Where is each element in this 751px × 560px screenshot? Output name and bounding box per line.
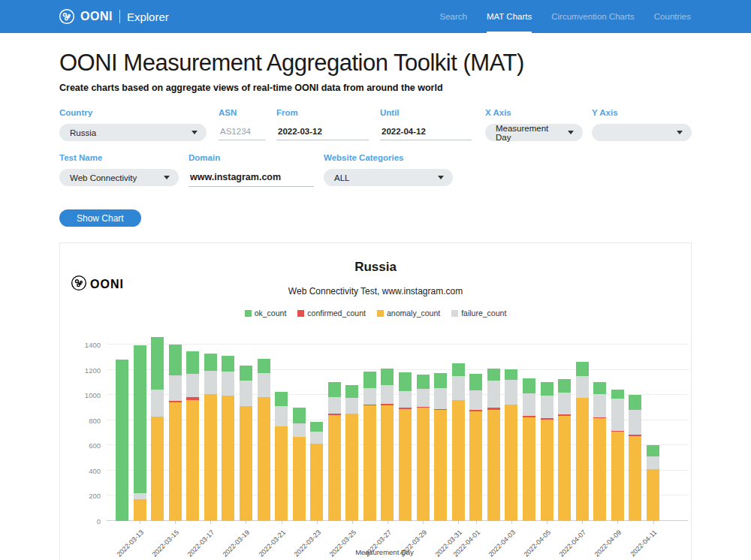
bar-2022-03-22[interactable] xyxy=(293,408,306,521)
x-axis-title: Measurement Day xyxy=(60,548,691,556)
website-categories-select[interactable]: ALL xyxy=(324,169,453,186)
bar-segment-ok_count xyxy=(293,408,306,423)
until-date-input[interactable] xyxy=(380,124,472,140)
legend-swatch xyxy=(297,310,304,317)
bar-segment-failure_count xyxy=(647,456,659,470)
bar-segment-failure_count xyxy=(558,393,571,414)
bar-segment-ok_count xyxy=(134,345,146,493)
bar-2022-03-20[interactable] xyxy=(258,359,270,521)
bar-segment-anomaly_count xyxy=(593,418,606,521)
bar-2022-04-10[interactable] xyxy=(629,395,641,521)
bar-segment-ok_count xyxy=(151,337,164,390)
bar-2022-03-23[interactable] xyxy=(310,422,323,521)
domain-input[interactable] xyxy=(189,169,314,187)
bar-2022-03-31[interactable] xyxy=(452,363,465,521)
nav-item-circumvention-charts[interactable]: Circumvention Charts xyxy=(551,0,635,33)
show-chart-button[interactable]: Show Chart xyxy=(59,209,141,227)
nav-item-mat-charts[interactable]: MAT Charts xyxy=(487,0,532,33)
bar-2022-03-21[interactable] xyxy=(275,392,288,521)
test-name-value: Web Connectivity xyxy=(70,173,137,182)
legend-label: confirmed_count xyxy=(307,309,366,318)
bar-segment-failure_count xyxy=(469,390,482,410)
brand[interactable]: OONI Explorer xyxy=(59,0,169,33)
bar-2022-04-01[interactable] xyxy=(469,374,482,521)
x-axis-select[interactable]: Measurement Day xyxy=(485,124,583,141)
bar-segment-ok_count xyxy=(275,392,288,406)
bar-segment-anomaly_count xyxy=(417,408,430,521)
bar-2022-04-02[interactable] xyxy=(487,369,500,521)
country-value: Russia xyxy=(70,128,96,137)
ooni-logo-icon xyxy=(71,275,87,294)
page-title: OONI Measurement Aggregation Toolkit (MA… xyxy=(59,50,692,77)
bar-2022-03-25[interactable] xyxy=(345,385,358,521)
ooni-watermark-text: OONI xyxy=(90,278,124,291)
bar-2022-03-13[interactable] xyxy=(134,345,146,521)
bar-2022-03-26[interactable] xyxy=(363,372,376,521)
bar-2022-04-09[interactable] xyxy=(611,390,624,521)
chevron-down-icon xyxy=(164,176,170,179)
legend-item-failure_count[interactable]: failure_count xyxy=(451,309,506,318)
bar-segment-failure_count xyxy=(487,381,500,408)
bar-2022-03-29[interactable] xyxy=(417,375,430,521)
bar-2022-03-28[interactable] xyxy=(399,372,412,521)
from-label: From xyxy=(276,108,369,117)
bar-segment-anomaly_count xyxy=(576,398,589,521)
legend-item-confirmed_count[interactable]: confirmed_count xyxy=(297,309,366,318)
bar-2022-03-15[interactable] xyxy=(169,345,182,521)
bar-2022-03-12[interactable] xyxy=(116,360,128,521)
bar-segment-ok_count xyxy=(169,345,182,375)
test-name-select[interactable]: Web Connectivity xyxy=(59,169,179,186)
country-label: Country xyxy=(59,108,207,117)
bar-2022-04-04[interactable] xyxy=(523,378,535,521)
legend-item-anomaly_count[interactable]: anomaly_count xyxy=(377,309,440,318)
bar-segment-anomaly_count xyxy=(505,405,517,521)
bar-2022-04-11[interactable] xyxy=(647,445,659,521)
bar-segment-anomaly_count xyxy=(363,405,376,521)
ooni-watermark: OONI xyxy=(71,275,124,294)
until-label: Until xyxy=(380,108,472,117)
brand-name: OONI xyxy=(80,10,113,23)
y-axis-select[interactable] xyxy=(592,124,692,141)
bar-2022-03-16[interactable] xyxy=(186,351,199,521)
legend-swatch xyxy=(377,310,384,317)
chart-title: Russia xyxy=(60,243,691,275)
bar-segment-failure_count xyxy=(204,371,217,394)
nav-item-search[interactable]: Search xyxy=(439,0,466,33)
bar-segment-failure_count xyxy=(275,406,288,426)
bar-2022-03-30[interactable] xyxy=(434,373,447,521)
bar-2022-04-08[interactable] xyxy=(593,382,606,521)
bar-segment-ok_count xyxy=(417,375,430,388)
from-date-input[interactable] xyxy=(276,124,369,140)
bar-2022-03-24[interactable] xyxy=(328,382,341,521)
website-categories-label: Website Categories xyxy=(324,153,453,162)
bar-segment-anomaly_count xyxy=(310,444,323,521)
bar-2022-03-27[interactable] xyxy=(381,369,394,521)
bar-segment-ok_count xyxy=(116,360,128,521)
bar-segment-anomaly_count xyxy=(647,469,659,521)
bar-segment-ok_count xyxy=(434,373,447,388)
bar-segment-anomaly_count xyxy=(204,394,217,521)
bar-segment-anomaly_count xyxy=(345,414,358,521)
bar-2022-03-19[interactable] xyxy=(240,366,252,521)
chevron-down-icon xyxy=(438,176,444,179)
bar-2022-04-03[interactable] xyxy=(505,369,517,521)
bar-2022-04-06[interactable] xyxy=(558,379,571,521)
bar-segment-failure_count xyxy=(611,399,624,431)
asn-input[interactable] xyxy=(219,124,265,140)
x-axis-label: X Axis xyxy=(485,108,583,117)
website-categories-value: ALL xyxy=(334,173,349,182)
legend-label: failure_count xyxy=(461,309,506,318)
country-select[interactable]: Russia xyxy=(59,124,207,141)
bar-2022-03-17[interactable] xyxy=(204,354,217,521)
bar-2022-04-05[interactable] xyxy=(541,382,553,521)
bar-2022-03-18[interactable] xyxy=(222,356,234,521)
bar-segment-ok_count xyxy=(487,369,500,381)
bar-2022-03-14[interactable] xyxy=(151,337,164,521)
bar-segment-failure_count xyxy=(629,410,641,435)
nav-item-countries[interactable]: Countries xyxy=(654,0,691,33)
y-axis-tick-label: 800 xyxy=(89,416,101,424)
y-axis-tick-label: 600 xyxy=(89,441,101,450)
bar-2022-04-07[interactable] xyxy=(576,362,589,521)
legend-label: anomaly_count xyxy=(387,309,440,318)
legend-item-ok_count[interactable]: ok_count xyxy=(245,309,287,318)
